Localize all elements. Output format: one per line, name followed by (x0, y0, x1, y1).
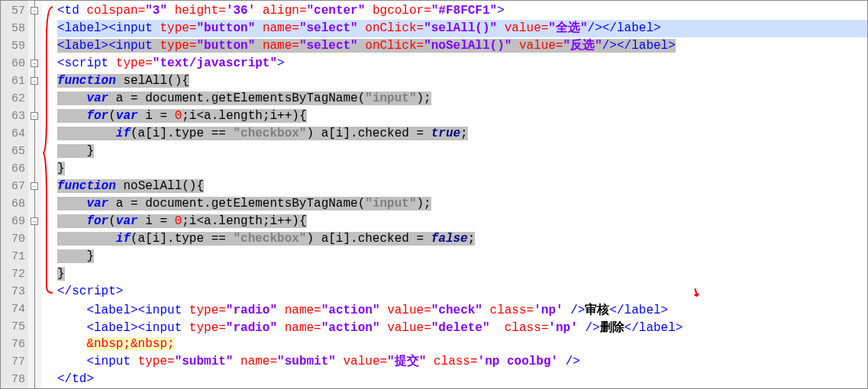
line-number: 59 (2, 37, 25, 55)
code-line[interactable]: for(var i = 0;i<a.length;i++){ (57, 213, 867, 230)
line-number: 75 (2, 318, 25, 336)
fold-toggle-icon[interactable]: - (31, 217, 38, 225)
line-number: 63 (2, 108, 25, 125)
fold-toggle-icon[interactable]: - (31, 112, 38, 120)
code-line[interactable]: <script type="text/javascript"> (57, 55, 867, 72)
line-number: 69 (2, 213, 25, 230)
line-number: 74 (2, 301, 25, 318)
line-number: 73 (2, 283, 25, 301)
code-line[interactable]: if(a[i].type == "checkbox") a[i].checked… (57, 125, 867, 143)
line-number: 76 (2, 336, 25, 353)
code-line[interactable]: <td colspan="3" height='36' align="cente… (57, 2, 867, 20)
code-line[interactable]: &nbsp;&nbsp; (57, 336, 867, 353)
fold-toggle-icon[interactable]: - (31, 59, 38, 67)
code-line[interactable]: <label><input type="radio" name="action"… (57, 301, 867, 318)
line-number: 65 (2, 143, 25, 160)
code-line[interactable]: for(var i = 0;i<a.length;i++){ (57, 108, 867, 125)
line-number: 68 (2, 195, 25, 213)
fold-toggle-icon[interactable]: - (31, 7, 38, 14)
code-line[interactable]: </td> (57, 371, 867, 388)
line-number: 66 (2, 160, 25, 178)
code-line[interactable]: } (57, 248, 867, 265)
code-line[interactable]: } (57, 265, 867, 283)
code-line[interactable]: var a = document.getElementsByTagName("i… (57, 90, 867, 108)
line-number: 78 (2, 371, 25, 388)
code-line[interactable]: <label><input type="button" name="select… (57, 20, 867, 37)
code-editor[interactable]: 5758596061626364656667686970717273747576… (1, 1, 867, 388)
code-line[interactable]: var a = document.getElementsByTagName("i… (57, 195, 867, 213)
line-number: 77 (2, 353, 25, 371)
change-marker-gutter (42, 1, 57, 388)
line-number: 61 (2, 72, 25, 90)
line-number: 71 (2, 248, 25, 265)
line-number: 67 (2, 178, 25, 195)
code-line[interactable]: } (57, 160, 867, 178)
line-number: 62 (2, 90, 25, 108)
code-line[interactable]: if(a[i].type == "checkbox") a[i].checked… (57, 230, 867, 248)
code-line[interactable]: <input type="submit" name="submit" value… (57, 353, 867, 371)
line-number: 58 (2, 20, 25, 37)
fold-gutter[interactable]: ------ (28, 1, 42, 388)
code-line[interactable]: } (57, 143, 867, 160)
line-number-gutter: 5758596061626364656667686970717273747576… (1, 1, 28, 388)
line-number: 64 (2, 125, 25, 143)
code-area[interactable]: <td colspan="3" height='36' align="cente… (57, 1, 867, 388)
code-line[interactable]: <label><input type="radio" name="action"… (57, 318, 867, 336)
line-number: 72 (2, 265, 25, 283)
line-number: 70 (2, 230, 25, 248)
code-line[interactable]: </script> (57, 283, 867, 301)
fold-toggle-icon[interactable]: - (31, 182, 38, 190)
code-line[interactable]: function noSelAll(){ (57, 178, 867, 195)
code-line[interactable]: <label><input type="button" name="select… (57, 37, 867, 55)
line-number: 60 (2, 55, 25, 72)
fold-toggle-icon[interactable]: - (31, 77, 38, 85)
line-number: 57 (2, 2, 25, 20)
code-line[interactable]: function selAll(){ (57, 72, 867, 90)
